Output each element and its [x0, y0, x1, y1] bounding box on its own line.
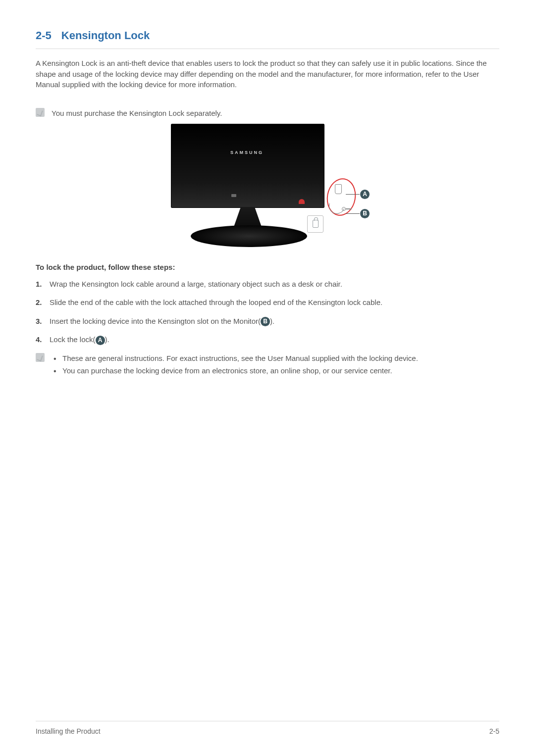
key-icon — [342, 207, 352, 211]
step-3: Insert the locking device into the Kensi… — [36, 315, 499, 328]
lock-slot-icon — [313, 220, 319, 228]
footer-right: 2-5 — [489, 726, 499, 736]
step-2-text: Slide the end of the cable with the lock… — [50, 298, 382, 306]
leader-line-b — [346, 213, 360, 214]
marker-b-badge: B — [360, 209, 370, 218]
leader-line-a — [346, 194, 360, 195]
step-4-post: ). — [105, 335, 109, 344]
monitor-figure: SAMSUNG A B — [166, 124, 369, 250]
page-footer: Installing the Product 2-5 — [36, 721, 499, 736]
lock-body-icon — [335, 184, 342, 194]
monitor-brand-label: SAMSUNG — [230, 150, 264, 156]
section-heading: 2-5 Kensington Lock — [36, 28, 499, 49]
monitor-base — [191, 225, 307, 247]
step-4: Lock the lock(A). — [36, 333, 499, 346]
monitor-port — [231, 194, 236, 197]
closing-note-block: These are general instructions. For exac… — [36, 353, 499, 379]
figure-wrap: SAMSUNG A B — [36, 124, 499, 250]
section-title: Kensington Lock — [61, 28, 150, 44]
steps-list: Wrap the Kensington lock cable around a … — [36, 278, 499, 346]
marker-a-badge: A — [360, 190, 370, 199]
closing-note-1: These are general instructions. For exac… — [52, 353, 418, 364]
page-container: 2-5 Kensington Lock A Kensington Lock is… — [0, 0, 535, 756]
step-4-pre: Lock the lock( — [50, 335, 96, 344]
note-text: You must purchase the Kensington Lock se… — [52, 108, 222, 119]
note-icon — [36, 108, 45, 117]
monitor-kensington-slot — [299, 199, 305, 204]
closing-note-list: These are general instructions. For exac… — [52, 353, 418, 379]
section-number: 2-5 — [36, 28, 52, 44]
step-1-text: Wrap the Kensington lock cable around a … — [50, 280, 342, 288]
step-3-pre: Insert the locking device into the Kensi… — [50, 317, 261, 325]
intro-paragraph: A Kensington Lock is an anti-theft devic… — [36, 58, 499, 90]
steps-heading: To lock the product, follow these steps: — [36, 262, 499, 273]
kensington-slot-callout — [307, 215, 323, 233]
step-1: Wrap the Kensington lock cable around a … — [36, 278, 499, 291]
inline-badge-b: B — [261, 317, 270, 326]
step-3-post: ). — [270, 317, 274, 325]
step-2: Slide the end of the cable with the lock… — [36, 296, 499, 309]
monitor-back — [171, 124, 324, 208]
inline-badge-a: A — [96, 336, 105, 345]
footer-left: Installing the Product — [36, 726, 101, 736]
closing-note-2: You can purchase the locking device from… — [52, 365, 418, 376]
note-icon — [36, 353, 45, 362]
note-separate-purchase: You must purchase the Kensington Lock se… — [36, 108, 499, 119]
